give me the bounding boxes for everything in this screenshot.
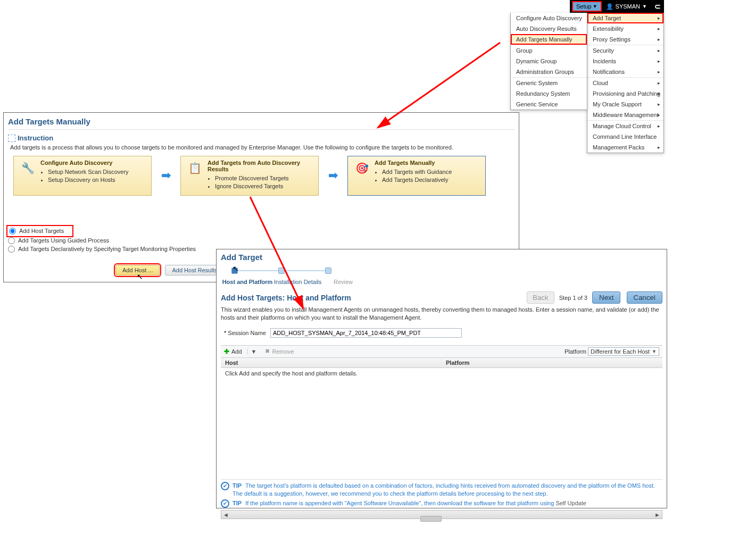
remove-button: ✖ Remove xyxy=(265,348,294,355)
card-list: Promote Discovered Targets Ignore Discov… xyxy=(208,174,313,191)
host-toolbar: ✚ Add ▼ ✖ Remove Platform Different for … xyxy=(221,345,662,358)
menu-item[interactable]: Provisioning and Patching▸ xyxy=(587,88,663,99)
submenu-arrow-icon: ▸ xyxy=(658,37,660,42)
instruction-title: Instruction xyxy=(8,134,514,142)
menu-item[interactable]: Notifications▸ xyxy=(587,66,663,77)
train-node xyxy=(325,268,331,274)
card-list: Add Targets with Guidance Add Targets De… xyxy=(375,168,452,185)
scroll-left-icon[interactable]: ◄ xyxy=(221,512,230,518)
menu-item[interactable]: Add Targets Manually xyxy=(511,34,587,45)
session-name-input[interactable] xyxy=(270,328,462,338)
submenu-arrow-icon: ▸ xyxy=(658,123,660,129)
submenu-arrow-icon: ▸ xyxy=(658,69,660,74)
page-title: Add Targets Manually xyxy=(8,117,514,130)
next-button[interactable]: Next xyxy=(592,291,620,304)
train-labels: Host and Platform Installation Details R… xyxy=(221,279,662,285)
caret-down-icon: ▼ xyxy=(652,349,657,354)
card-list: Setup Network Scan Discovery Setup Disco… xyxy=(40,168,129,185)
tip-1: ✔ TIP The target host's platform is defa… xyxy=(221,482,662,498)
menu-item[interactable]: Proxy Settings▸ xyxy=(587,34,663,45)
train-label-active[interactable]: Host and Platform xyxy=(221,279,274,285)
tip-icon: ✔ xyxy=(221,482,229,490)
target-icon: 🎯 xyxy=(353,160,370,177)
setup-button[interactable]: Setup ▼ xyxy=(572,1,602,12)
caret-down-icon: ▼ xyxy=(593,4,597,9)
wizard-subtitle: Add Host Targets: Host and Platform xyxy=(221,294,351,302)
list-add-icon: 📋 xyxy=(186,160,203,177)
menu-item[interactable]: Cloud▸ xyxy=(587,77,663,88)
menu-item[interactable]: My Oracle Support▸ xyxy=(587,99,663,110)
scroll-right-icon[interactable]: ► xyxy=(653,512,662,518)
radio-input[interactable] xyxy=(8,246,15,253)
menu-item[interactable]: Redundancy System xyxy=(511,88,587,99)
card-title: Configure Auto Discovery xyxy=(40,160,129,166)
menu-item[interactable]: Security▸ xyxy=(587,45,663,56)
platform-selector: Platform Different for Each Host ▼ xyxy=(565,347,659,356)
radio-input[interactable] xyxy=(9,228,16,235)
menu-item[interactable]: Incidents▸ xyxy=(587,56,663,66)
flow-cards: 🔧 Configure Auto Discovery Setup Network… xyxy=(13,156,514,196)
submenu-arrow-icon: ▸ xyxy=(658,26,660,31)
tip-icon: ✔ xyxy=(221,499,229,508)
wizard-description: This wizard enables you to install Manag… xyxy=(221,306,662,322)
submenu-arrow-icon: ▸ xyxy=(658,58,660,64)
train-label[interactable]: Installation Details xyxy=(274,279,327,285)
menu-item[interactable]: Group xyxy=(511,45,587,56)
submenu-arrow-icon: ▸ xyxy=(658,15,660,21)
card-add-from-results: 📋 Add Targets from Auto Discovery Result… xyxy=(180,156,319,196)
add-dropdown-caret[interactable]: ▼ xyxy=(247,348,260,355)
radio-add-host-targets[interactable]: Add Host Targets xyxy=(8,227,72,236)
tip-label: TIP xyxy=(233,500,242,506)
submenu-arrow-icon: ▸ xyxy=(658,91,660,96)
remove-icon: ✖ xyxy=(265,348,270,355)
user-icon: 👤 xyxy=(606,3,613,10)
tip-label: TIP xyxy=(233,482,242,489)
menu-item[interactable]: Manage Cloud Control▸ xyxy=(587,120,663,131)
panel1-buttons: Add Host ... Add Host Results xyxy=(115,265,224,275)
platform-label: Platform xyxy=(565,348,586,355)
setup-menu[interactable]: Add Target▸Extensibility▸Proxy Settings▸… xyxy=(587,13,664,153)
menu-item[interactable]: Add Target▸ xyxy=(587,13,663,23)
train-label-disabled: Review xyxy=(327,279,359,285)
menu-item[interactable]: Generic Service xyxy=(511,99,587,110)
menu-item[interactable]: Extensibility▸ xyxy=(587,23,663,34)
setup-label: Setup xyxy=(576,3,592,10)
top-bar: Setup ▼ 👤 SYSMAN ▼ ⊂ xyxy=(570,0,664,13)
logo-icon: ⊂ xyxy=(651,2,664,11)
add-target-wizard-panel: Add Target ↖ Host and Platform Installat… xyxy=(216,249,667,508)
menu-item[interactable]: Auto Discovery Results xyxy=(511,23,587,34)
train-node xyxy=(278,268,285,274)
horizontal-scrollbar[interactable]: ◄ ► xyxy=(221,510,662,519)
session-name-label: Session Name xyxy=(224,330,266,336)
cancel-button[interactable]: Cancel xyxy=(627,291,663,304)
card-add-manually: 🎯 Add Targets Manually Add Targets with … xyxy=(347,156,486,196)
radio-input[interactable] xyxy=(8,237,15,244)
add-button[interactable]: ✚ Add xyxy=(224,348,242,355)
wizard-title: Add Target xyxy=(221,253,662,262)
add-host-button[interactable]: Add Host ... xyxy=(115,265,160,275)
card-title: Add Targets from Auto Discovery Results xyxy=(208,160,313,172)
radio-guided-process[interactable]: Add Targets Using Guided Process xyxy=(8,237,514,244)
wrench-icon: 🔧 xyxy=(19,160,36,177)
menu-item[interactable]: Administration Groups xyxy=(511,66,587,77)
scroll-thumb[interactable] xyxy=(420,516,442,522)
menu-item[interactable]: Middleware Management▸ xyxy=(587,110,663,120)
menu-item[interactable]: Configure Auto Discovery xyxy=(511,13,587,23)
menu-item[interactable]: Dynamic Group xyxy=(511,56,587,66)
platform-dropdown[interactable]: Different for Each Host ▼ xyxy=(588,347,659,356)
col-platform: Platform xyxy=(442,358,662,367)
tip-body: If the platform name is appended with "A… xyxy=(245,500,586,506)
add-target-menu[interactable]: Configure Auto DiscoveryAuto Discovery R… xyxy=(510,13,587,110)
menu-item[interactable]: Generic System xyxy=(511,77,587,88)
add-host-results-button[interactable]: Add Host Results xyxy=(165,265,224,275)
menu-item[interactable]: Command Line Interface xyxy=(587,131,663,142)
menu-item[interactable]: Management Packs▸ xyxy=(587,142,663,153)
grid-empty-text: Click Add and specify the host and platf… xyxy=(225,370,358,377)
submenu-arrow-icon: ▸ xyxy=(658,102,660,107)
tip-body: The target host's platform is defaulted … xyxy=(233,482,655,497)
user-button[interactable]: 👤 SYSMAN ▼ xyxy=(602,3,651,10)
self-update-link[interactable]: Self Update xyxy=(555,500,586,506)
train-node-active xyxy=(231,268,238,274)
tip-2: ✔ TIP If the platform name is appended w… xyxy=(221,499,662,508)
grid-header: Host Platform xyxy=(221,358,662,368)
